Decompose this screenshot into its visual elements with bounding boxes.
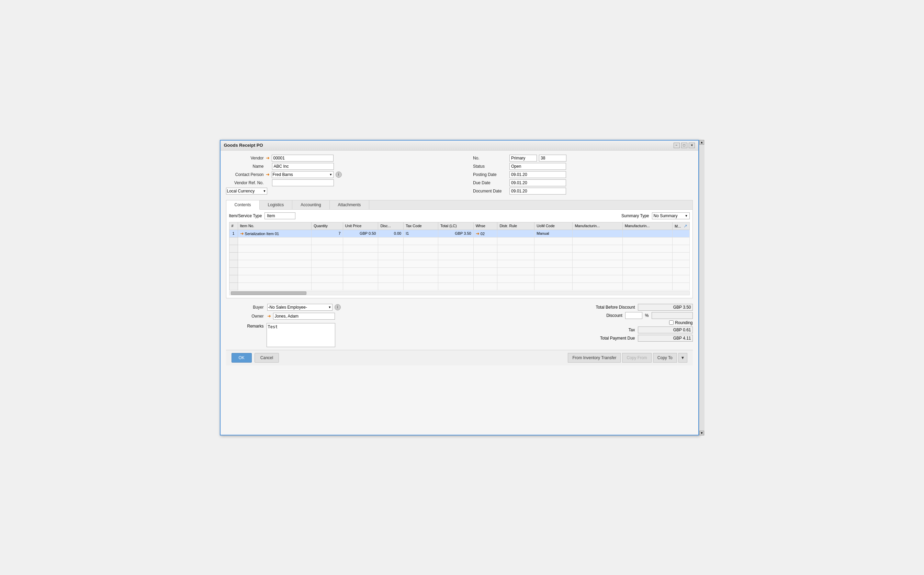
remarks-textarea[interactable]: Test: [266, 323, 335, 347]
rounding-label: Rounding: [669, 320, 693, 325]
contact-arrow: ➜: [266, 172, 269, 177]
due-date-input[interactable]: [509, 179, 566, 186]
discount-percent-input[interactable]: [625, 312, 642, 319]
col-unit-price: Unit Price: [343, 222, 378, 230]
name-label: Name: [226, 164, 264, 169]
copy-from-button[interactable]: Copy From: [622, 353, 651, 362]
rounding-row: Rounding: [463, 320, 693, 325]
item-service-label: Item/Service Type: [229, 213, 262, 218]
expand-table-icon[interactable]: ↗: [683, 223, 687, 229]
posting-date-label: Posting Date: [473, 172, 507, 177]
status-input[interactable]: [509, 163, 566, 170]
tabs-container: Contents Logistics Accounting Attachment…: [226, 200, 693, 298]
owner-input[interactable]: [273, 313, 335, 320]
right-fields: No. Status Posting Date Due Date: [459, 155, 693, 195]
owner-row: Owner ➜: [226, 313, 456, 320]
tab-logistics[interactable]: Logistics: [260, 200, 293, 209]
status-label: Status: [473, 164, 507, 169]
total-payment-due-label: Total Payment Due: [580, 336, 635, 341]
due-date-row: Due Date: [473, 179, 693, 186]
minimize-button[interactable]: −: [674, 143, 680, 148]
items-table: # Item No. Quantity Unit Price Disc... T…: [229, 222, 690, 291]
row-unit-price: GBP 0.50: [343, 230, 378, 237]
item-type-box[interactable]: Item: [265, 213, 295, 219]
copy-to-button[interactable]: Copy To: [653, 353, 677, 362]
col-tax-code: Tax Code: [404, 222, 438, 230]
document-date-input[interactable]: [509, 187, 566, 195]
summary-dropdown[interactable]: No Summary ▼: [652, 213, 690, 219]
total-payment-due-row: Total Payment Due: [463, 335, 693, 342]
discount-label: Discount: [567, 313, 623, 318]
col-mfg1: Manufacturin...: [572, 222, 623, 230]
footer-right-buttons: From Inventory Transfer Copy From Copy T…: [568, 353, 687, 362]
tab-contents[interactable]: Contents: [227, 200, 260, 210]
vendor-input[interactable]: [272, 155, 334, 162]
buyer-dropdown[interactable]: -No Sales Employee- ▼: [267, 304, 333, 311]
table-row: [229, 275, 689, 283]
row-index: 1: [229, 230, 238, 237]
total-before-discount-row: Total Before Discount: [463, 304, 693, 311]
row-item-no: ➜ Serialization Item 01: [238, 230, 312, 237]
tax-input: [638, 327, 693, 334]
contact-info-button[interactable]: i: [336, 172, 342, 178]
window-title: Goods Receipt PO: [224, 143, 263, 148]
window-controls: − □ ✕: [674, 143, 695, 148]
summary-type-label: Summary Type: [621, 213, 649, 218]
name-input[interactable]: [272, 163, 334, 170]
buyer-row: Buyer -No Sales Employee- ▼ i: [226, 304, 456, 311]
tax-label: Tax: [580, 327, 635, 332]
rounding-checkbox[interactable]: [669, 320, 674, 325]
scrollbar-thumb[interactable]: [231, 291, 306, 295]
vertical-scrollbar[interactable]: ▲ ▼: [699, 140, 705, 435]
table-row: [229, 237, 689, 245]
bottom-left: Buyer -No Sales Employee- ▼ i Owner ➜ Re…: [226, 304, 456, 347]
col-uom-code: UoM Code: [534, 222, 572, 230]
copy-to-arrow-button[interactable]: ▼: [678, 353, 687, 362]
col-m: M... ↗: [672, 222, 689, 230]
close-button[interactable]: ✕: [689, 143, 695, 148]
from-inventory-transfer-button[interactable]: From Inventory Transfer: [568, 353, 621, 362]
item-service-left: Item/Service Type Item: [229, 213, 296, 219]
tab-accounting[interactable]: Accounting: [292, 200, 330, 209]
table-row[interactable]: 1 ➜ Serialization Item 01 7 GBP 0.50 0.0…: [229, 230, 689, 237]
col-whse: Whse: [473, 222, 498, 230]
scrollbar-down-button[interactable]: ▼: [699, 430, 704, 435]
ok-button[interactable]: OK: [231, 353, 252, 362]
cancel-button[interactable]: Cancel: [255, 353, 279, 362]
main-content: Vendor ➜ Name Contact Person ➜ Fred Barn…: [220, 151, 698, 435]
contact-dropdown-arrow: ▼: [330, 173, 333, 176]
currency-dropdown-arrow: ▼: [263, 189, 266, 193]
vendor-row: Vendor ➜: [226, 155, 460, 162]
total-before-discount-label: Total Before Discount: [580, 305, 635, 310]
col-distr-rule: Distr. Rule: [498, 222, 534, 230]
vendor-arrow: ➜: [266, 156, 269, 160]
tab-content-area: Item/Service Type Item Summary Type No S…: [227, 210, 693, 298]
contact-label: Contact Person: [226, 172, 264, 177]
header-grid: Vendor ➜ Name Contact Person ➜ Fred Barn…: [226, 155, 693, 195]
posting-date-input[interactable]: [509, 171, 566, 178]
buyer-dropdown-arrow: ▼: [328, 305, 331, 309]
name-row: Name: [226, 163, 460, 170]
tabs-bar: Contents Logistics Accounting Attachment…: [227, 200, 693, 210]
no-value-input[interactable]: [539, 155, 566, 162]
currency-dropdown[interactable]: Local Currency ▼: [226, 187, 267, 195]
col-item-no: Item No.: [238, 222, 312, 230]
bottom-section: Buyer -No Sales Employee- ▼ i Owner ➜ Re…: [226, 304, 693, 347]
remarks-label: Remarks: [226, 323, 264, 329]
buyer-label: Buyer: [226, 305, 264, 310]
no-type-input[interactable]: [509, 155, 537, 162]
buyer-info-button[interactable]: i: [334, 304, 341, 310]
maximize-button[interactable]: □: [681, 143, 687, 148]
row-uom-code: Manual: [534, 230, 572, 237]
contact-dropdown[interactable]: Fred Barns ▼: [272, 171, 334, 178]
discount-value-input[interactable]: [651, 312, 693, 319]
horizontal-scrollbar[interactable]: [229, 291, 690, 295]
tab-attachments[interactable]: Attachments: [330, 200, 369, 209]
no-row: No.: [473, 155, 693, 162]
row-quantity: 7: [312, 230, 343, 237]
row-total-lc: GBP 3.50: [438, 230, 473, 237]
summary-dropdown-arrow: ▼: [685, 214, 688, 218]
vendor-ref-input[interactable]: [272, 179, 334, 186]
scrollbar-up-button[interactable]: ▲: [699, 140, 704, 145]
row-whse-arrow: ➜: [476, 231, 480, 236]
